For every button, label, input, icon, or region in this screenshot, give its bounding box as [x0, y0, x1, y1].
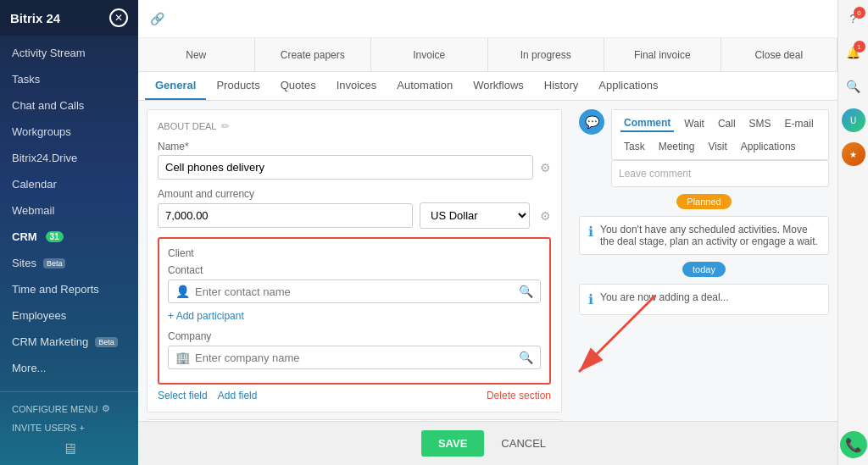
sidebar-item-webmail[interactable]: Webmail: [0, 197, 138, 224]
tab-quotes[interactable]: Quotes: [270, 72, 326, 100]
save-button[interactable]: SAVE: [421, 430, 484, 457]
stage-new[interactable]: New: [138, 38, 255, 71]
contact-input[interactable]: [195, 285, 514, 298]
planned-badge: Planned: [676, 194, 731, 209]
stage-close-deal[interactable]: Close deal: [721, 38, 838, 71]
configure-menu-button[interactable]: CONFIGURE MENU ⚙: [12, 399, 126, 418]
add-field-link[interactable]: Add field: [218, 390, 258, 401]
company-search-icon[interactable]: 🔍: [519, 351, 533, 364]
user-avatar[interactable]: U: [842, 108, 865, 132]
contact-input-wrap[interactable]: 👤 🔍: [168, 280, 541, 303]
company-icon: 🏢: [175, 351, 190, 364]
stage-create-papers[interactable]: Create papers: [255, 38, 372, 71]
stage-final-invoice[interactable]: Final invoice: [604, 38, 721, 71]
delete-section-link[interactable]: Delete section: [487, 390, 551, 401]
add-participant-link[interactable]: + Add participant: [168, 308, 541, 324]
sidebar-item-label: CRM: [12, 230, 37, 243]
activity-stream-icon: 💬: [579, 109, 604, 135]
sidebar-item-activity-stream[interactable]: Activity Stream: [0, 40, 138, 66]
crm-marketing-beta-badge: Beta: [95, 337, 118, 347]
sidebar-item-label: Tasks: [12, 73, 40, 86]
contact-sublabel: Contact: [168, 264, 541, 276]
info-message-adding: ℹ You are now adding a deal...: [579, 284, 829, 315]
edit-icon[interactable]: ✏: [221, 120, 230, 132]
phone-button[interactable]: 📞: [840, 431, 867, 458]
sidebar-item-label: Workgroups: [12, 125, 71, 138]
sidebar-item-employees[interactable]: Employees: [0, 302, 138, 329]
amount-settings-icon[interactable]: ⚙: [540, 209, 551, 223]
help-button[interactable]: ? 0: [842, 7, 865, 30]
act-tab-comment[interactable]: Comment: [620, 115, 674, 132]
sidebar-item-chat-calls[interactable]: Chat and Calls: [0, 92, 138, 119]
amount-label: Amount and currency: [158, 188, 551, 200]
search-icon[interactable]: 🔍: [519, 285, 533, 298]
sidebar-item-crm[interactable]: CRM 31: [0, 224, 138, 250]
secondary-avatar[interactable]: ★: [842, 142, 865, 166]
sidebar-item-sites[interactable]: Sites Beta: [0, 250, 138, 276]
sidebar-close-button[interactable]: ✕: [109, 8, 128, 27]
form-panel: ABOUT DEAL ✏ Name* ⚙ Amount and currency: [138, 101, 570, 421]
search-button[interactable]: 🔍: [842, 75, 865, 98]
amount-input[interactable]: [158, 203, 413, 228]
invite-users-label: INVITE USERS +: [12, 423, 85, 433]
tab-invoices[interactable]: Invoices: [326, 72, 387, 100]
sidebar-item-bitrix24-drive[interactable]: Bitrix24.Drive: [0, 145, 138, 171]
app-logo: Bitrix 24: [10, 11, 60, 25]
client-label: Client: [168, 247, 541, 259]
content-area: ABOUT DEAL ✏ Name* ⚙ Amount and currency: [138, 101, 837, 421]
sidebar-item-workgroups[interactable]: Workgroups: [0, 119, 138, 145]
activity-tabs: Comment Wait Call SMS: [611, 109, 829, 160]
info-icon-2: ℹ: [588, 291, 593, 307]
activity-content: Comment Wait Call SMS: [611, 109, 829, 187]
sidebar-item-label: Employees: [12, 309, 66, 322]
info-icon: ℹ: [588, 224, 593, 240]
tab-automation[interactable]: Automation: [387, 72, 463, 100]
stage-invoice[interactable]: Invoice: [371, 38, 488, 71]
sidebar-item-label: More...: [12, 362, 46, 374]
tab-applications[interactable]: Applications: [588, 72, 668, 100]
name-input[interactable]: [158, 155, 533, 180]
sidebar-item-label: Activity Stream: [12, 47, 86, 59]
stage-in-progress[interactable]: In progress: [488, 38, 605, 71]
activity-panel: 💬 Comment Wait Call: [570, 101, 837, 421]
notification-badge: 1: [854, 41, 865, 53]
act-tab-applications[interactable]: Applications: [737, 139, 799, 154]
tabs-bar: General Products Quotes Invoices Automat…: [138, 72, 837, 101]
company-input-wrap[interactable]: 🏢 🔍: [168, 346, 541, 369]
activity-header-row: 💬 Comment Wait Call: [579, 109, 829, 187]
act-tab-email[interactable]: E-mail: [782, 116, 817, 131]
comment-area[interactable]: Leave comment: [611, 160, 829, 187]
act-tab-task[interactable]: Task: [620, 139, 648, 154]
sidebar-header: Bitrix 24 ✕: [0, 0, 138, 36]
tab-general[interactable]: General: [145, 72, 206, 100]
sidebar-item-crm-marketing[interactable]: CRM Marketing Beta: [0, 329, 138, 355]
field-settings-icon[interactable]: ⚙: [540, 161, 551, 174]
act-tab-wait[interactable]: Wait: [681, 116, 708, 131]
sidebar-item-label: Webmail: [12, 204, 54, 217]
client-section: Client Contact 👤 🔍 + Add participant: [158, 237, 551, 385]
sidebar-item-tasks[interactable]: Tasks: [0, 66, 138, 92]
sidebar-item-time-reports[interactable]: Time and Reports: [0, 276, 138, 302]
act-tab-sms[interactable]: SMS: [746, 116, 775, 131]
act-tab-call[interactable]: Call: [715, 116, 739, 131]
tab-history[interactable]: History: [534, 72, 588, 100]
notifications-button[interactable]: 🔔 1: [842, 41, 865, 64]
crm-badge: 31: [46, 231, 64, 242]
main-content: 🔗 New Create papers Invoice In progress …: [138, 0, 837, 465]
invite-users-button[interactable]: INVITE USERS +: [12, 418, 126, 437]
sidebar-item-label: Chat and Calls: [12, 99, 84, 112]
cancel-button[interactable]: CANCEL: [492, 430, 554, 457]
company-input[interactable]: [195, 352, 514, 364]
sidebar-footer: CONFIGURE MENU ⚙ INVITE USERS + 🖥: [0, 391, 138, 465]
currency-select[interactable]: US Dollar Euro GBP: [420, 202, 530, 229]
sidebar-item-more[interactable]: More...: [0, 355, 138, 381]
configure-menu-label: CONFIGURE MENU: [12, 404, 97, 414]
search-icon: 🔍: [846, 80, 860, 93]
sidebar-item-calendar[interactable]: Calendar: [0, 171, 138, 197]
select-field-link[interactable]: Select field: [158, 390, 208, 401]
tab-products[interactable]: Products: [206, 72, 270, 100]
act-tab-visit[interactable]: Visit: [704, 139, 730, 154]
act-tab-meeting[interactable]: Meeting: [655, 139, 698, 154]
monitor-icon: 🖥: [62, 440, 77, 457]
tab-workflows[interactable]: Workflows: [463, 72, 534, 100]
